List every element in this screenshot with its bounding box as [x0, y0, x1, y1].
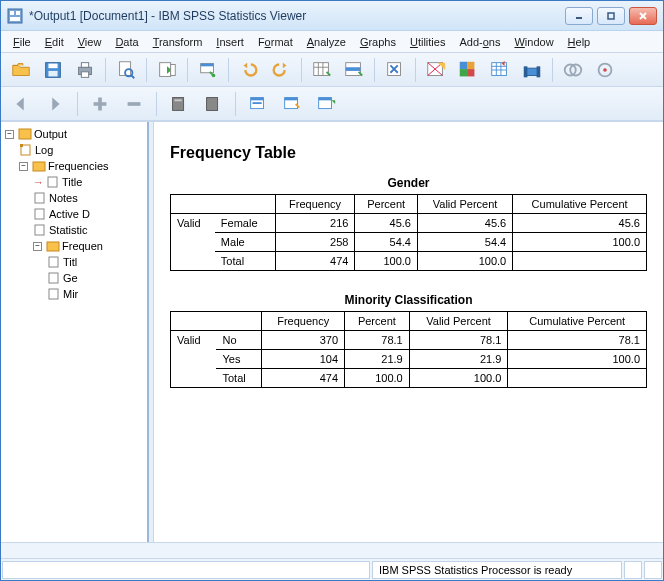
cell: 474 — [275, 252, 355, 271]
tree-label[interactable]: Frequen — [62, 238, 103, 254]
menu-view[interactable]: View — [72, 34, 108, 50]
tree-label[interactable]: Notes — [49, 190, 78, 206]
tree-label[interactable]: Statistic — [49, 222, 88, 238]
tree-label[interactable]: Title — [62, 174, 82, 190]
svg-rect-47 — [174, 99, 181, 101]
menu-edit[interactable]: Edit — [39, 34, 70, 50]
outline-pane[interactable]: − Output Log − Frequencies — [1, 122, 149, 542]
tree-item-frequencies[interactable]: − Frequencies — [19, 158, 145, 174]
menu-format[interactable]: Format — [252, 34, 299, 50]
tree-label-output[interactable]: Output — [34, 126, 67, 142]
tree-toggle-icon[interactable]: − — [5, 130, 14, 139]
tree-item-ft-minority[interactable]: Mir — [47, 286, 145, 302]
svg-rect-61 — [35, 193, 44, 203]
menu-addons[interactable]: Add-ons — [453, 34, 506, 50]
table-icon — [47, 288, 61, 300]
cell: 100.0 — [409, 369, 508, 388]
menubar: File Edit View Data Transform Insert For… — [1, 31, 663, 53]
demote-button[interactable] — [120, 91, 148, 117]
tree-label[interactable]: Ge — [63, 270, 78, 286]
svg-rect-50 — [251, 97, 264, 100]
tree-root[interactable]: − Output — [5, 126, 145, 142]
folder-icon — [32, 160, 46, 172]
goto-case-button[interactable] — [340, 57, 368, 83]
collapse-button[interactable] — [199, 91, 227, 117]
tree-toggle-icon[interactable]: − — [33, 242, 42, 251]
menu-file[interactable]: File — [7, 34, 37, 50]
cell: 474 — [262, 369, 345, 388]
promote-button[interactable] — [86, 91, 114, 117]
recall-dialog-button[interactable] — [194, 57, 222, 83]
table-icon — [47, 272, 61, 284]
tree-item-log[interactable]: Log — [19, 142, 145, 158]
expand-button[interactable] — [165, 91, 193, 117]
content-pane[interactable]: Frequency Table Gender Frequency Percent… — [153, 122, 663, 542]
save-button[interactable] — [39, 57, 67, 83]
menu-insert[interactable]: Insert — [210, 34, 250, 50]
cell: 104 — [262, 350, 345, 369]
menu-graphs[interactable]: Graphs — [354, 34, 402, 50]
open-button[interactable] — [7, 57, 35, 83]
forward-button[interactable] — [41, 91, 69, 117]
close-button[interactable] — [629, 7, 657, 25]
redo-button[interactable] — [267, 57, 295, 83]
status-cell-3 — [644, 561, 662, 579]
show-button[interactable] — [244, 91, 272, 117]
show-all-button[interactable] — [486, 57, 514, 83]
svg-rect-63 — [35, 225, 44, 235]
menu-analyze[interactable]: Analyze — [301, 34, 352, 50]
tree-item-active-dataset[interactable]: Active D — [33, 206, 145, 222]
tree-label[interactable]: Log — [35, 142, 53, 158]
menu-data[interactable]: Data — [109, 34, 144, 50]
title-icon — [46, 176, 60, 188]
tree-label[interactable]: Frequencies — [48, 158, 109, 174]
output-icon — [18, 128, 32, 140]
tree-label[interactable]: Mir — [63, 286, 78, 302]
weight-button[interactable] — [518, 57, 546, 83]
undo-button[interactable] — [235, 57, 263, 83]
print-button[interactable] — [71, 57, 99, 83]
col-header: Percent — [345, 312, 410, 331]
window-title: *Output1 [Document1] - IBM SPSS Statisti… — [29, 9, 565, 23]
goto-data-button[interactable] — [308, 57, 336, 83]
status-cell-empty — [2, 561, 370, 579]
svg-rect-33 — [467, 69, 474, 76]
section-heading: Frequency Table — [170, 144, 647, 162]
hide-button[interactable] — [278, 91, 306, 117]
tree-label[interactable]: Active D — [49, 206, 90, 222]
tree-label[interactable]: Titl — [63, 254, 77, 270]
svg-rect-64 — [47, 242, 59, 251]
insert-heading-button[interactable] — [312, 91, 340, 117]
minimize-button[interactable] — [565, 7, 593, 25]
menu-window[interactable]: Window — [508, 34, 559, 50]
tree-item-title[interactable]: → Title — [33, 174, 145, 190]
table-gender[interactable]: Frequency Percent Valid Percent Cumulati… — [170, 194, 647, 271]
back-button[interactable] — [7, 91, 35, 117]
designate-window-button[interactable] — [591, 57, 619, 83]
menu-help[interactable]: Help — [562, 34, 597, 50]
svg-rect-13 — [81, 71, 88, 77]
svg-rect-12 — [81, 62, 88, 67]
print-preview-button[interactable] — [112, 57, 140, 83]
cell: 54.4 — [355, 233, 417, 252]
menu-transform[interactable]: Transform — [147, 34, 209, 50]
tree-toggle-icon[interactable]: − — [19, 162, 28, 171]
tree-item-ft-title[interactable]: Titl — [47, 254, 145, 270]
tree-item-notes[interactable]: Notes — [33, 190, 145, 206]
select-cases-button[interactable] — [422, 57, 450, 83]
variables-button[interactable] — [381, 57, 409, 83]
tree-item-ft-gender[interactable]: Ge — [47, 270, 145, 286]
use-sets-button[interactable] — [454, 57, 482, 83]
cell: 45.6 — [513, 214, 647, 233]
menu-utilities[interactable]: Utilities — [404, 34, 451, 50]
maximize-button[interactable] — [597, 7, 625, 25]
svg-rect-39 — [526, 68, 539, 75]
tree-item-statistics[interactable]: Statistic — [33, 222, 145, 238]
col-header: Frequency — [275, 195, 355, 214]
insert-chart-button[interactable] — [559, 57, 587, 83]
table-minority[interactable]: Frequency Percent Valid Percent Cumulati… — [170, 311, 647, 388]
export-button[interactable] — [153, 57, 181, 83]
tree-item-freq-table[interactable]: − Frequen — [33, 238, 145, 254]
svg-rect-10 — [48, 70, 57, 76]
cell: 100.0 — [345, 369, 410, 388]
